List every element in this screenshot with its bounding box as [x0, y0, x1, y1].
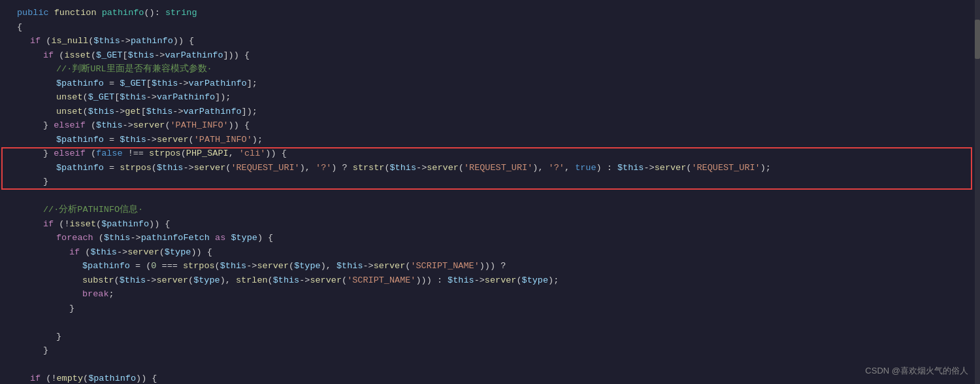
token-punct: ]; [247, 79, 257, 88]
token-punct: ( [83, 374, 88, 383]
token-fn-call: server [194, 163, 226, 173]
token-punct: (): [144, 8, 159, 18]
code-line: $pathinfo = strpos($this->server('REQUES… [0, 162, 980, 176]
token-punct: ( [516, 275, 521, 285]
token-var: $this [120, 92, 146, 102]
token-str: 'PATH_INFO' [170, 120, 228, 130]
token-comment: //·判断URL里面是否有兼容模式参数· [56, 64, 212, 74]
token-white [570, 163, 575, 173]
token-str: '?' [549, 163, 564, 173]
line-tokens: if (isset($_GET[$this->varPathinfo])) { [35, 49, 250, 63]
token-var: varPathinfo [189, 79, 247, 88]
token-white [123, 148, 128, 158]
token-fn-call: isset [64, 50, 91, 60]
token-kw-if: as [215, 233, 225, 243]
token-fn-call: unset [56, 107, 83, 116]
code-line [0, 190, 980, 204]
code-line: //·分析PATHINFO信息· [0, 203, 980, 218]
token-white [432, 275, 437, 285]
code-line: } [0, 302, 980, 317]
token-kw-true: true [575, 163, 596, 173]
token-punct: ( [289, 261, 294, 271]
token-punct: , [564, 163, 570, 173]
token-punct: } [69, 304, 74, 313]
token-punct: (! [46, 374, 56, 383]
token-punct: ( [91, 120, 96, 130]
token-white [104, 163, 109, 173]
token-punct: )) { [229, 120, 250, 130]
token-white [331, 261, 336, 271]
token-fn-call: strpos [183, 261, 215, 271]
token-punct: ); [548, 275, 559, 285]
scrollbar-thumb[interactable] [975, 20, 980, 59]
token-white [130, 261, 135, 271]
token-arrow: -> [172, 107, 183, 116]
token-var: $this [96, 120, 123, 130]
token-punct: } [43, 120, 48, 130]
token-var: $this [120, 135, 146, 145]
token-kw-string-type: string [165, 8, 197, 18]
token-fn-call: server [655, 163, 687, 173]
token-var: $pathinfo [56, 163, 104, 173]
token-arrow: -> [146, 275, 156, 285]
token-punct: )) { [149, 219, 170, 229]
token-fn-call: server [310, 275, 342, 285]
token-op: : [607, 163, 612, 173]
token-punct: ( [96, 219, 101, 229]
token-kw-if: if [43, 50, 54, 60]
token-punct: )) { [173, 36, 194, 46]
token-punct: ( [152, 163, 157, 173]
token-var: $_GET [96, 50, 123, 60]
token-var: $type [522, 275, 549, 285]
token-white [156, 261, 161, 271]
code-line: $pathinfo = $this->server('PATH_INFO'); [0, 133, 980, 148]
code-line: foreach ($this->pathinfoFetch as $type) … [0, 232, 980, 246]
token-var: $pathinfo [56, 79, 104, 88]
token-fn-call: unset [56, 92, 83, 102]
token-white [602, 163, 607, 173]
token-arrow: -> [123, 120, 133, 130]
line-tokens: $pathinfo = (0 === strpos($this->server(… [74, 260, 506, 273]
token-fn-call: PHP_SAPI [186, 148, 229, 158]
token-fn-call: server [133, 120, 165, 130]
token-white [336, 163, 342, 173]
token-var: $pathinfo [82, 261, 130, 271]
line-tokens: if (is_null($this->pathinfo)) { [22, 35, 194, 48]
line-tokens: $pathinfo = $this->server('PATH_INFO'); [48, 133, 263, 147]
token-white [178, 261, 183, 271]
code-line: { [0, 21, 980, 35]
token-var: varPathinfo [165, 50, 223, 60]
token-punct: ( [91, 50, 96, 60]
code-line: break; [0, 288, 980, 302]
token-arrow: -> [146, 135, 157, 145]
line-tokens: break; [74, 288, 114, 302]
token-fn-call: substr [82, 275, 114, 285]
token-punct: ), [300, 163, 310, 173]
token-kw-function: function [54, 8, 97, 18]
code-line: } [0, 344, 980, 358]
token-var: $pathinfo [56, 135, 104, 145]
token-var: $_GET [120, 79, 146, 88]
token-punct: ]); [242, 107, 257, 116]
token-punct: } [43, 345, 48, 355]
token-var: $_GET [88, 92, 115, 102]
token-fn-call: strpos [120, 163, 152, 173]
token-kw-if: if [43, 219, 54, 229]
token-punct: } [43, 148, 48, 158]
token-kw-elseif: elseif [54, 120, 86, 130]
line-tokens: //·分析PATHINFO信息· [35, 203, 143, 217]
code-line: //·判断URL里面是否有兼容模式参数· [0, 63, 980, 77]
token-white [612, 163, 617, 173]
line-tokens: } [35, 175, 48, 189]
code-line: if (isset($_GET[$this->varPathinfo])) { [0, 49, 980, 63]
token-kw-false: false [96, 148, 123, 158]
line-tokens: unset($_GET[$this->varPathinfo]); [48, 91, 231, 105]
token-var: $this [152, 79, 178, 88]
code-line: } [0, 330, 980, 345]
token-var: $this [336, 261, 363, 271]
line-tokens: unset($this->get[$this->varPathinfo]); [48, 105, 257, 119]
line-tokens: } [61, 302, 74, 316]
scrollbar[interactable] [975, 0, 980, 384]
token-punct: ( [181, 148, 186, 158]
token-punct: { [17, 22, 22, 32]
